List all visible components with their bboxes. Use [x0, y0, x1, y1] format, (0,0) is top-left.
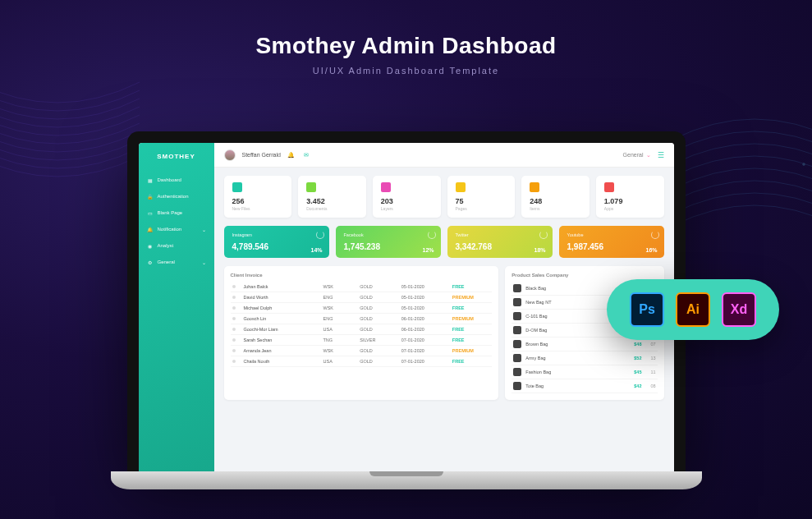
client-name: Sarah Sechan — [244, 338, 320, 342]
hero-title: Smothey Admin Dashboad — [0, 33, 812, 59]
mail-icon[interactable]: ✉ — [302, 151, 310, 159]
stat-icon — [456, 182, 466, 192]
sidebar: SMOTHEY ▦Dashboard🔒Authentication▭Blank … — [139, 143, 214, 471]
social-card-facebook[interactable]: Facebook1,745.23812% — [336, 226, 441, 258]
general-label: General — [623, 152, 644, 158]
client-status: PREMIUM — [452, 348, 491, 353]
stat-value: 248 — [530, 197, 581, 205]
avatar[interactable] — [224, 149, 236, 161]
row-dot — [232, 360, 236, 363]
table-row[interactable]: Chaila NouthUSAGOLD07-01-2020FREE — [231, 356, 493, 367]
stat-card[interactable]: 248Items — [521, 176, 590, 218]
list-item[interactable]: Fashion Bag$4511 — [512, 365, 657, 379]
list-item[interactable]: Tote Bag$4208 — [512, 379, 657, 393]
svg-point-1 — [803, 163, 805, 166]
stat-icon — [381, 182, 391, 192]
stat-card[interactable]: 75Pages — [447, 176, 516, 218]
client-status: FREE — [452, 284, 491, 289]
nav-icon: ▦ — [147, 177, 154, 183]
nav-icon: ▭ — [147, 209, 154, 216]
hamburger-icon[interactable]: ☰ — [658, 151, 664, 159]
client-region: TNG — [323, 338, 357, 342]
client-date: 06-01-2020 — [401, 327, 449, 332]
stat-label: Pages — [456, 206, 507, 211]
stat-icon — [604, 182, 614, 192]
product-qty: 11 — [646, 370, 656, 374]
hero-subtitle: UI/UX Admin Dashboard Template — [0, 66, 812, 76]
invoice-panel: Client Invoice Johan BalckWSKGOLD05-01-2… — [224, 266, 499, 400]
row-dot — [232, 317, 236, 320]
social-card-twitter[interactable]: Twitter3,342.76818% — [447, 226, 553, 258]
stat-label: Apps — [604, 206, 656, 211]
nav-icon: ⚙ — [147, 259, 154, 265]
table-row[interactable]: Sarah SechanTNGSILVER07-01-2020FREE — [231, 335, 493, 346]
stat-label: Layers — [381, 206, 433, 211]
product-price: $42 — [627, 384, 642, 388]
table-row[interactable]: David WorthENGGOLD05-01-2020PREMIUM — [231, 292, 493, 303]
social-card-youtube[interactable]: Youtube1,987.45616% — [559, 226, 664, 258]
sidebar-item-notification[interactable]: 🔔Notification⌄ — [139, 221, 214, 237]
stat-label: Documents — [306, 206, 358, 211]
bell-icon[interactable]: 🔔 — [287, 151, 296, 159]
product-name: Fashion Bag — [525, 370, 622, 374]
client-region: ENG — [323, 316, 357, 321]
stat-card[interactable]: 1.079Apps — [596, 176, 664, 218]
product-thumb — [513, 340, 521, 348]
laptop-mockup: SMOTHEY ▦Dashboard🔒Authentication▭Blank … — [127, 131, 686, 489]
stat-card[interactable]: 203Layers — [373, 176, 441, 218]
table-row[interactable]: Goochi-Mor LiamUSAGOLD06-01-2020FREE — [231, 324, 493, 335]
sidebar-item-general[interactable]: ⚙General⌄ — [139, 254, 214, 270]
chevron-down-icon: ⌄ — [202, 227, 206, 232]
row-dot — [232, 328, 236, 331]
client-grade: GOLD — [360, 305, 398, 310]
social-percent: 14% — [310, 247, 322, 253]
client-status: PREMIUM — [452, 316, 491, 321]
stat-icon — [306, 182, 316, 192]
photoshop-icon: Ps — [630, 292, 664, 327]
social-name: Facebook — [344, 232, 433, 237]
stat-value: 3.452 — [306, 197, 358, 205]
stat-icon — [530, 182, 539, 192]
product-price: $48 — [627, 342, 642, 347]
client-name: David Worth — [244, 295, 320, 300]
progress-ring-icon — [428, 231, 436, 239]
social-value: 3,342.768 — [456, 242, 544, 251]
nav-icon: 🔒 — [147, 193, 154, 200]
client-name: Amanda Jean — [244, 348, 320, 353]
sidebar-item-blank-page[interactable]: ▭Blank Page — [139, 204, 214, 221]
product-thumb — [513, 312, 521, 320]
client-region: USA — [323, 327, 357, 332]
xd-icon: Xd — [722, 292, 756, 327]
client-status: PREMIUM — [452, 295, 491, 300]
table-row[interactable]: Amanda JeanWSKGOLD07-01-2020PREMIUM — [231, 346, 493, 356]
general-dropdown[interactable]: General ⌄ — [623, 152, 651, 158]
table-row[interactable]: Goosch LinENGGOLD06-01-2020PREMIUM — [231, 314, 493, 324]
product-thumb — [513, 354, 521, 362]
tool-badges: Ps Ai Xd — [607, 279, 779, 340]
product-thumb — [513, 298, 521, 306]
client-status: FREE — [452, 305, 491, 310]
client-name: Goosch Lin — [244, 316, 320, 321]
client-name: Michael Dolph — [244, 305, 320, 310]
client-grade: GOLD — [360, 327, 398, 332]
row-dot — [232, 285, 236, 288]
sidebar-item-analyst[interactable]: ◉Analyst — [139, 237, 214, 254]
sidebar-item-dashboard[interactable]: ▦Dashboard — [139, 172, 214, 188]
table-row[interactable]: Michael DolphWSKGOLD05-01-2020FREE — [231, 303, 493, 314]
product-qty: 07 — [646, 342, 656, 347]
social-name: Twitter — [456, 232, 544, 237]
row-dot — [232, 349, 236, 352]
client-grade: GOLD — [360, 316, 398, 321]
table-row[interactable]: Johan BalckWSKGOLD05-01-2020FREE — [231, 282, 493, 292]
product-thumb — [513, 368, 521, 376]
client-grade: GOLD — [360, 359, 398, 364]
client-region: WSK — [323, 284, 357, 289]
stat-card[interactable]: 3.452Documents — [298, 176, 366, 218]
social-value: 1,745.238 — [344, 242, 433, 251]
sidebar-item-authentication[interactable]: 🔒Authentication — [139, 188, 214, 204]
social-card-instagram[interactable]: Instagram4,789.54614% — [224, 226, 329, 258]
illustrator-icon: Ai — [676, 292, 710, 327]
list-item[interactable]: Army Bag$5213 — [512, 351, 657, 365]
stat-card[interactable]: 256New Files — [224, 176, 292, 218]
progress-ring-icon — [651, 231, 659, 239]
